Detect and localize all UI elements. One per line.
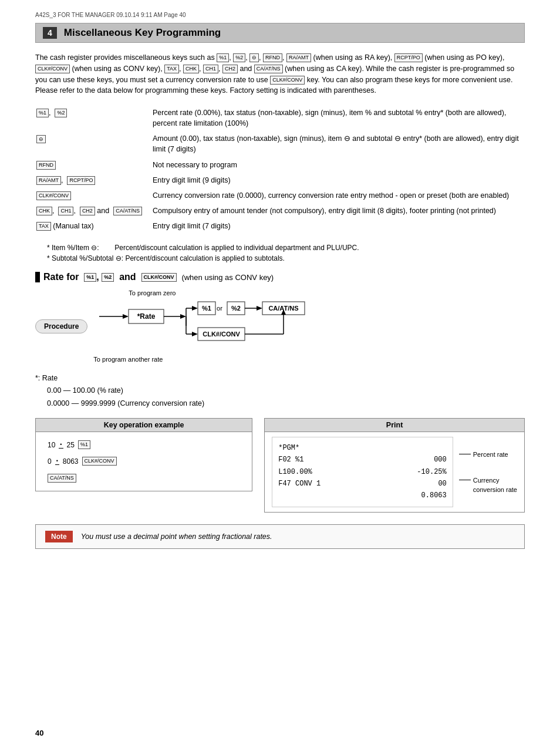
section-heading: 4 Miscellaneous Key Programming xyxy=(35,23,525,43)
print-annotations: Percent rate Currency conversion rate xyxy=(459,437,517,507)
key-tax2: TAX xyxy=(36,222,51,231)
receipt-f02-r: 000 xyxy=(434,454,447,466)
key-percent2: %2 xyxy=(233,53,245,62)
rate-note: *: Rate 0.00 — 100.00 (% rate) 0.0000 — … xyxy=(35,372,525,410)
page-header: A42S_3 FOR THE MANAGER 09.10.14 9:11 AM … xyxy=(35,12,525,18)
ko-num2: 25 xyxy=(67,438,75,452)
annot-dash1 xyxy=(459,454,471,454)
key-rcptpo2: RCPT/PO xyxy=(67,176,95,185)
key-chk: CHK xyxy=(183,65,199,73)
receipt-f47-r: 00 xyxy=(438,478,446,490)
key-p1-rate: %1 xyxy=(84,273,96,282)
feature-key: TAX (Manual tax) xyxy=(36,219,151,233)
table-row: CLK#/CONV Currency conversion rate (0.00… xyxy=(36,188,524,203)
key-p2: %2 xyxy=(55,109,67,117)
annot-text1: Percent rate xyxy=(473,451,508,458)
receipt-pgm: *PGM* xyxy=(278,442,299,454)
annotation-percent-rate: Percent rate xyxy=(459,451,517,458)
receipt-f47: F47 CONV 1 xyxy=(278,478,321,490)
table-row: RA/AMT, RCPT/PO Entry digit limit (9 dig… xyxy=(36,173,524,187)
rate-heading-text: Rate for %1, %2 and CLK#/CONV (when usin… xyxy=(43,272,274,282)
footnote-subtotal: * Subtotal %/Subtotal ⊖: Percent/discoun… xyxy=(35,254,525,262)
example-area: Key operation example 10 • 25 %1 0 • 806… xyxy=(35,418,525,513)
ko-p1-op: %1 xyxy=(78,440,90,449)
feature-key: RFND xyxy=(36,158,151,172)
key-clk-rate: CLK#/CONV xyxy=(141,273,177,282)
annotation-currency: Currency conversion rate xyxy=(459,477,517,493)
flowchart: To program zero *Rate xyxy=(93,289,525,363)
receipt-line3: L100.00% -10.25% xyxy=(278,466,447,478)
ko-num1: 10 xyxy=(48,438,55,452)
ko-clk-op: CLK#/CONV xyxy=(82,457,117,466)
footnote-item: * Item %/Item ⊖: Percent/discount calcul… xyxy=(35,244,525,252)
key-raiamt2: RA/AMT xyxy=(36,176,61,185)
receipt-line5: 0.8063 xyxy=(278,490,447,501)
receipt-f02: F02 %1 xyxy=(278,454,303,466)
svg-text:or: or xyxy=(217,305,222,312)
receipt-line2: F02 %1 000 xyxy=(278,454,447,466)
section-title: Miscellaneous Key Programming xyxy=(64,27,221,39)
feature-desc: Currency conversion rate (0.0000), curre… xyxy=(153,188,524,203)
receipt-l100-r: -10.25% xyxy=(417,466,446,478)
table-row: CHK, CH1, CH2 and CA/AT/NS Compulsory en… xyxy=(36,204,524,218)
key-rfnd: RFND xyxy=(263,53,282,62)
key-operation-box: Key operation example 10 • 25 %1 0 • 806… xyxy=(35,418,252,491)
rate-range1: 0.00 — 100.00 (% rate) xyxy=(35,385,525,397)
key-op-line1: 10 • 25 %1 xyxy=(48,438,240,452)
procedure-area: Procedure To program zero *Rate xyxy=(35,289,525,363)
print-box: Print *PGM* F02 %1 000 L100.00% -10.25% … xyxy=(264,418,525,513)
key-rcptpo: RCPT/PO xyxy=(394,53,423,62)
table-row: RFND Not necessary to program xyxy=(36,158,524,172)
feature-desc: Compulsory entry of amount tender (not c… xyxy=(153,204,524,218)
ko-ca-op: CA/AT/NS xyxy=(48,474,76,483)
rate-range2: 0.0000 — 9999.9999 (Currency conversion … xyxy=(35,397,525,410)
key-operation-header: Key operation example xyxy=(36,419,252,432)
svg-text:*Rate: *Rate xyxy=(137,312,156,321)
key-percent1: %1 xyxy=(217,53,229,62)
procedure-badge: Procedure xyxy=(35,319,87,333)
svg-text:CLK#/CONV: CLK#/CONV xyxy=(203,331,241,338)
annot-text3: conversion rate xyxy=(473,486,517,493)
key-p2-rate: %2 xyxy=(102,273,114,282)
ko-num4: 8063 xyxy=(63,454,79,468)
key-caatns2: CA/AT/NS xyxy=(113,207,142,215)
print-body: *PGM* F02 %1 000 L100.00% -10.25% F47 CO… xyxy=(265,432,524,512)
receipt-line1: *PGM* xyxy=(278,442,447,454)
feature-key: CLK#/CONV xyxy=(36,188,151,203)
note-badge: Note xyxy=(45,531,73,542)
table-row: ⊖ Amount (0.00), tax status (non-taxable… xyxy=(36,132,524,156)
svg-marker-10 xyxy=(192,332,198,336)
flow-label-bottom: To program another rate xyxy=(93,356,525,363)
rate-heading-area: Rate for %1, %2 and CLK#/CONV (when usin… xyxy=(35,272,525,282)
key-op-line3: CA/AT/NS xyxy=(48,471,240,485)
ko-dot1: • xyxy=(59,441,63,449)
key-operation-body: 10 • 25 %1 0 • 8063 CLK#/CONV CA/AT/NS xyxy=(36,432,252,491)
svg-marker-8 xyxy=(192,306,198,311)
page-number: 40 xyxy=(35,729,43,737)
feature-desc: Entry digit limit (7 digits) xyxy=(153,219,524,233)
note-text: You must use a decimal point when settin… xyxy=(81,532,272,541)
receipt-line4: F47 CONV 1 00 xyxy=(278,478,447,490)
svg-marker-1 xyxy=(123,314,129,319)
key-chk2: CHK xyxy=(36,207,52,215)
svg-marker-5 xyxy=(180,314,186,319)
table-row: %1, %2 Percent rate (0.00%), tax status … xyxy=(36,106,524,130)
receipt-l100: L100.00% xyxy=(278,466,312,478)
rate-asterisk: *: Rate xyxy=(35,372,525,385)
heading-block-icon xyxy=(35,272,40,282)
key-minus: ⊖ xyxy=(249,53,259,62)
ko-num3: 0 xyxy=(48,454,52,468)
key-p1: %1 xyxy=(36,109,49,117)
key-op-line2: 0 • 8063 CLK#/CONV xyxy=(48,454,240,468)
key-clkconv: CLK#/CONV xyxy=(35,65,70,73)
key-tax: TAX xyxy=(164,65,179,73)
svg-marker-18 xyxy=(257,306,262,311)
feature-key: RA/AMT, RCPT/PO xyxy=(36,173,151,187)
key-minus2: ⊖ xyxy=(36,135,46,144)
flow-svg: *Rate %1 or %2 xyxy=(93,299,328,352)
feature-key: ⊖ xyxy=(36,132,151,156)
table-row: TAX (Manual tax) Entry digit limit (7 di… xyxy=(36,219,524,233)
flow-label-top: To program zero xyxy=(129,289,525,296)
key-caatns: CA/AT/NS xyxy=(254,65,283,73)
feature-desc: Entry digit limit (9 digits) xyxy=(153,173,524,187)
